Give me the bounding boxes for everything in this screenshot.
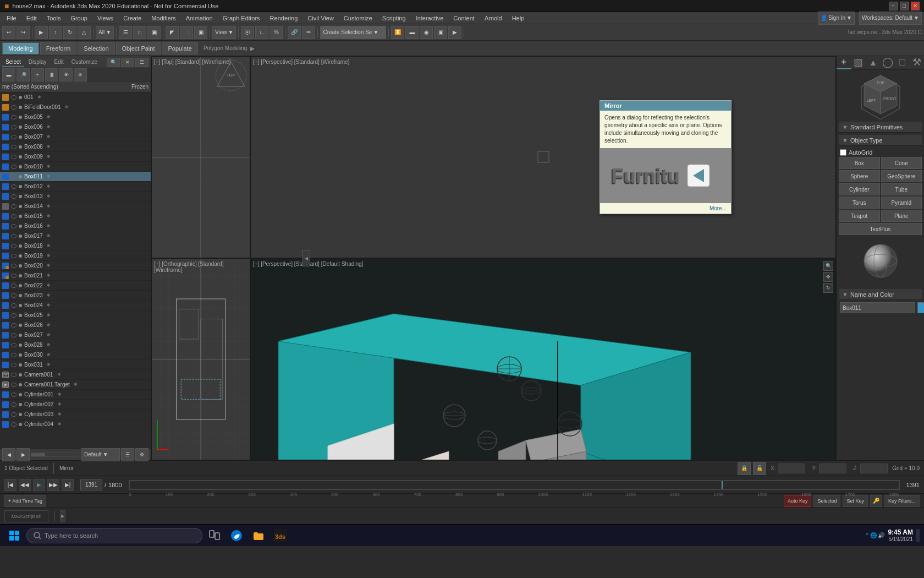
menu-civil-view[interactable]: Civil View [303, 14, 338, 23]
list-item[interactable]: Box010 ❄ [0, 162, 151, 172]
list-item[interactable]: Box006 ❄ [0, 122, 151, 132]
menu-group[interactable]: Group [66, 14, 92, 23]
scene-tab-customize[interactable]: Customize [68, 58, 101, 67]
menu-tools[interactable]: Tools [42, 14, 65, 23]
move-button[interactable]: ↕ [49, 26, 62, 39]
viewport-perspective-wireframe[interactable]: [+] [Perspective] [Standard] [Wireframe] [250, 56, 836, 258]
list-item[interactable]: Cylinder004 ❄ [0, 419, 151, 429]
list-item[interactable]: Box027 ❄ [0, 330, 151, 340]
list-item[interactable]: Box005 ❄ [0, 112, 151, 122]
list-item[interactable]: Box021 ❄ [0, 271, 151, 281]
scene-scrollbar[interactable] [31, 452, 78, 457]
3dsmax-taskbar-icon[interactable]: 3ds [271, 526, 290, 546]
link-button[interactable]: 🔗 [288, 26, 301, 39]
close-button[interactable]: ✕ [911, 2, 920, 10]
tab-freeform[interactable]: Freeform [40, 42, 77, 54]
menu-modifiers[interactable]: Modifiers [147, 14, 180, 23]
menu-graph-editors[interactable]: Graph Editors [218, 14, 265, 23]
list-item[interactable]: Cylinder001 ❄ [0, 390, 151, 400]
render-setup[interactable]: ▣ [434, 26, 447, 39]
list-item[interactable]: Box023 ❄ [0, 291, 151, 301]
file-explorer-icon[interactable] [249, 526, 268, 546]
pan-button[interactable]: ✥ [823, 272, 833, 282]
redo-button[interactable]: ↪ [16, 26, 30, 39]
scene-filter[interactable]: 🔎 [16, 68, 30, 81]
options-scene-button[interactable]: ☰ [135, 58, 148, 67]
timeline-bar[interactable]: 0100200300400500600700800900100011001200… [129, 480, 900, 490]
teapot-button[interactable]: Teapot [839, 210, 880, 222]
list-item[interactable]: Box019 ❄ [0, 251, 151, 261]
edge-browser-icon[interactable] [227, 526, 246, 546]
schematic-view[interactable]: ▬ [405, 26, 419, 39]
list-item[interactable]: Box013 ❄ [0, 192, 151, 201]
textplus-button[interactable]: TextPlus [839, 223, 922, 235]
plane-button[interactable]: Plane [881, 210, 922, 222]
list-item[interactable]: Box007 ❄ [0, 132, 151, 142]
rp-tab-hierarchy[interactable]: ▴ [866, 56, 881, 69]
layer-settings[interactable]: ⚙ [135, 448, 148, 461]
next-frame-button[interactable]: ▶▶ [47, 479, 59, 491]
zoom-button[interactable]: 🔍 [823, 261, 833, 271]
list-item[interactable]: Box012 ❄ [0, 182, 151, 192]
scene-select-all[interactable]: ▬ [2, 68, 15, 81]
list-item[interactable]: Box009 ❄ [0, 152, 151, 162]
list-item[interactable]: Box025 ❄ [0, 310, 151, 320]
viewport-orthographic[interactable]: [+] [Orthographic] [Standard] [Wireframe… [151, 258, 250, 460]
panel-expand-button[interactable]: ◀ [302, 250, 310, 266]
frame-input[interactable] [80, 479, 102, 490]
maxscript-expand-btn[interactable]: ▶ [60, 510, 65, 522]
z-coord-input[interactable] [860, 464, 888, 473]
unlink-button[interactable]: ✏ [302, 26, 315, 39]
cone-button[interactable]: Cone [881, 157, 922, 169]
geosphere-button[interactable]: GeoSphere [881, 170, 922, 182]
autogrid-checkbox[interactable] [840, 149, 846, 156]
mirror-tooltip-more-link[interactable]: More... [710, 205, 727, 211]
maxscript-label-btn[interactable]: MAXScript Mi [4, 510, 48, 522]
percent-snap[interactable]: % [270, 26, 283, 39]
list-item[interactable]: Box016 ❄ [0, 221, 151, 231]
rect-select[interactable]: □ [133, 26, 146, 39]
mirror-button[interactable]: ◤ [166, 26, 179, 39]
show-desktop-button[interactable] [916, 529, 920, 542]
orbit-button[interactable]: ↻ [823, 283, 833, 293]
menu-file[interactable]: File [2, 14, 21, 23]
menu-customize[interactable]: Customize [339, 14, 377, 23]
create-selection-set-button[interactable]: Create Selection Se ▼ [320, 26, 386, 39]
tab-modeling[interactable]: Modeling [2, 42, 39, 54]
list-item[interactable]: 📷 Camera001 ❄ [0, 370, 151, 380]
menu-create[interactable]: Create [119, 14, 146, 23]
status-lock-icon[interactable]: 🔒 [738, 462, 751, 475]
tab-populate[interactable]: Populate [162, 42, 197, 54]
render-frame[interactable]: ▶ [448, 26, 461, 39]
list-item[interactable]: Box014 ❄ [0, 201, 151, 211]
window-crossing[interactable]: ▣ [147, 26, 161, 39]
list-item-selected[interactable]: Box011 ❄ [0, 172, 151, 182]
scene-scroll-left[interactable]: ◀ [2, 448, 15, 461]
menu-arnold[interactable]: Arnold [480, 14, 507, 23]
menu-rendering[interactable]: Rendering [266, 14, 302, 23]
tab-object-paint[interactable]: Object Paint [116, 42, 161, 54]
menu-help[interactable]: Help [508, 14, 529, 23]
cylinder-button[interactable]: Cylinder [839, 183, 880, 195]
list-item[interactable]: Box026 ❄ [0, 320, 151, 330]
list-item[interactable]: Box030 ❄ [0, 350, 151, 360]
tab-selection[interactable]: Selection [78, 42, 114, 54]
sphere-button[interactable]: Sphere [839, 170, 880, 182]
list-item[interactable]: Box017 ❄ [0, 231, 151, 241]
rp-tab-utilities[interactable]: ⚒ [910, 56, 925, 69]
rotate-button[interactable]: ↻ [63, 26, 76, 39]
rp-tab-motion[interactable]: ◯ [881, 56, 895, 69]
rp-tab-modify[interactable]: ▧ [851, 56, 866, 69]
prev-frame-button[interactable]: ◀◀ [19, 479, 31, 491]
box-button[interactable]: Box [839, 157, 880, 169]
tube-button[interactable]: Tube [881, 183, 922, 195]
rp-tab-display[interactable]: □ [895, 56, 910, 69]
list-item[interactable]: Box015 ❄ [0, 211, 151, 221]
list-item[interactable]: ▶ Camera001.Target ❄ [0, 380, 151, 390]
undo-button[interactable]: ↩ [2, 26, 15, 39]
minimize-button[interactable]: − [889, 2, 898, 10]
select-by-name[interactable]: ☰ [119, 26, 132, 39]
add-time-tag-button[interactable]: + Add Time Tag [4, 495, 46, 507]
snap-toggle[interactable]: 🞊 [241, 26, 254, 39]
pyramid-button[interactable]: Pyramid [881, 197, 922, 209]
